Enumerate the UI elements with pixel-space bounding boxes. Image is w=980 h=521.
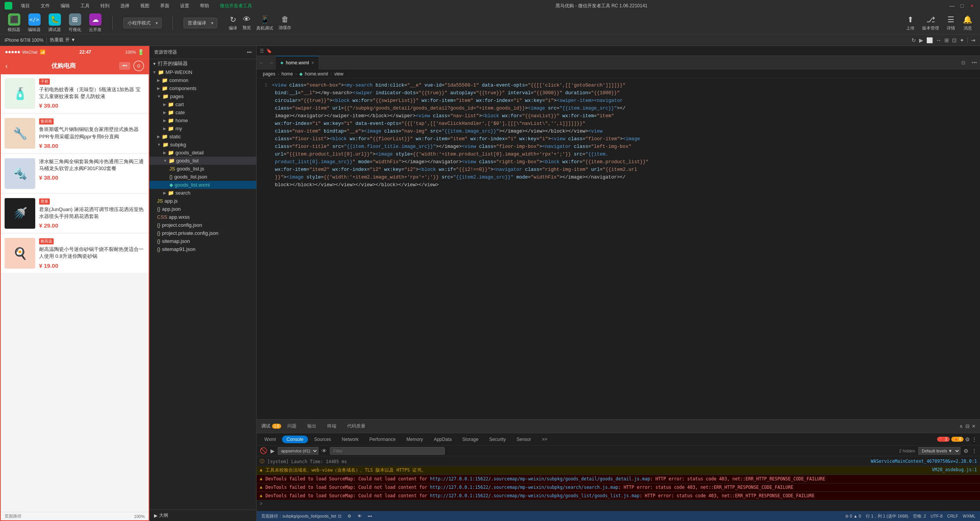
file-node-sitemap[interactable]: {}sitemap.json [149, 237, 256, 245]
file-node-components[interactable]: ▶📁components [149, 84, 256, 92]
collapse-icon[interactable]: ∧ [959, 423, 963, 429]
subtab-appdata[interactable]: AppData [429, 436, 456, 443]
file-node-opened[interactable]: ▼打开的编辑器 [149, 59, 256, 68]
expand-panel-icon[interactable]: ⇥ [971, 37, 975, 43]
debug-settings-icon[interactable]: ⚙ [965, 436, 970, 442]
problems-tab[interactable]: 问题 [283, 421, 301, 431]
detail-button[interactable]: ☰ 详情 [947, 15, 955, 31]
nav-back-btn[interactable]: ← [257, 60, 266, 66]
file-node-goods_list_wxml[interactable]: ◆goods_list.wxml [149, 181, 256, 189]
menu-file[interactable]: 文件 [38, 2, 52, 10]
error-link-1[interactable]: http://127.0.0.1:15622/.sourcemap/mp-wei… [430, 476, 650, 482]
clear-console-icon[interactable]: 🚫 [260, 447, 267, 454]
error-link-2[interactable]: http://127.0.0.1:15622/.sourcemap/mp-wei… [430, 485, 618, 490]
notification-button[interactable]: 🔔 消息 [963, 15, 972, 31]
breadcrumb-pages[interactable]: pages [263, 71, 275, 77]
file-node-goods_detail[interactable]: ▶📁goods_detail [149, 149, 256, 157]
menu-tools[interactable]: 工具 [78, 2, 92, 10]
file-node-home[interactable]: ▶📁home [149, 116, 256, 125]
subtab-sensor[interactable]: Sensor [512, 436, 536, 443]
nav-forward-btn[interactable]: → [266, 60, 276, 66]
settings-icon[interactable]: ✦ [960, 37, 964, 43]
file-node-sitemap91[interactable]: {}sitemap91.json [149, 245, 256, 253]
debug-more-icon[interactable]: ⋮ [972, 436, 977, 442]
refresh-icon[interactable]: ↻ [911, 37, 916, 43]
toolbar-cloud[interactable]: ☁ 云开发 [89, 13, 102, 33]
screen-icon[interactable]: ⬜ [926, 37, 933, 43]
file-node-subpkg[interactable]: ▼📁subpkg [149, 141, 256, 149]
play-icon[interactable]: ▶ [919, 37, 923, 43]
product-item-4[interactable]: 🍳 耐高温 耐高温陶瓷小号迷你砂锅干烧不裂耐热煲适合一人使用 0.8升迷你陶瓷砂… [1, 234, 149, 272]
page-path-status[interactable]: 页面路径：subpkg/goods_list/goods_list ⊡ [261, 513, 341, 519]
product-item-3[interactable]: 🚿 君泉 君泉(JunQuan) 淋浴花洒可调节增压花洒浴室热水器喷头手持简易花… [1, 194, 149, 233]
log-level-select[interactable]: Default levels ▼ [918, 447, 960, 455]
file-node-cart[interactable]: ▶📁cart [149, 100, 256, 108]
compile-button[interactable]: ↻ 编译 [229, 15, 237, 31]
minimize-button[interactable]: — [949, 2, 955, 9]
close-button[interactable]: × [969, 2, 975, 9]
eye-icon[interactable]: 👁 [321, 448, 327, 454]
breadcrumb-view[interactable]: view [334, 71, 343, 77]
subtab-sources[interactable]: Sources [310, 436, 336, 443]
more-filter-icon[interactable]: ⋮ [972, 448, 977, 454]
subtab-performance[interactable]: Performance [365, 436, 400, 443]
mode-select-wrap[interactable]: 小程序模式 [123, 18, 162, 28]
more-editor-icon[interactable]: ••• [969, 60, 980, 66]
filter-input[interactable] [330, 447, 445, 455]
file-node-pages[interactable]: ▼📁pages [149, 92, 256, 100]
menu-interface[interactable]: 界面 [158, 2, 172, 10]
eye-status-icon[interactable]: 👁 [357, 514, 362, 518]
subtab-wxml[interactable]: Wxml [260, 436, 280, 443]
menu-help[interactable]: 帮助 [198, 2, 211, 10]
resize-icon[interactable]: ↔ [936, 37, 941, 43]
file-node-app_json[interactable]: {}app.json [149, 205, 256, 213]
subtab-network[interactable]: Network [337, 436, 363, 443]
breadcrumb-filename[interactable]: home.wxml [305, 71, 328, 77]
maximize-button[interactable]: □ [959, 2, 965, 9]
compile-select-wrap[interactable]: 普通编译 [184, 18, 217, 28]
file-node-static[interactable]: ▶📁static [149, 133, 256, 141]
subtab-more[interactable]: >> [537, 436, 552, 443]
subtab-storage[interactable]: Storage [458, 436, 483, 443]
home-button[interactable]: ⊙ [133, 61, 144, 71]
product-item-2[interactable]: 🔩 潜水艇三角阀全铜套装角阀冷热通用三角阀三通马桶龙头软管止水阀F301F302… [1, 154, 149, 193]
upload-button[interactable]: ⬆ 上传 [906, 15, 914, 31]
file-node-my[interactable]: ▶📁my [149, 125, 256, 133]
hot-reload-btn[interactable]: 热重载 开 ▼ [50, 37, 75, 43]
toolbar-visualize[interactable]: ⊞ 可视化 [69, 13, 81, 33]
tab-close-icon[interactable]: × [311, 60, 314, 66]
subtab-console[interactable]: Console [282, 436, 308, 443]
close-debug-btn[interactable]: × [972, 423, 975, 430]
file-node-common[interactable]: ▶📁common [149, 76, 256, 84]
menu-view[interactable]: 视图 [138, 2, 152, 10]
more-status-icon[interactable]: ••• [368, 514, 372, 518]
file-node-search[interactable]: ▶📁search [149, 189, 256, 197]
run-icon[interactable]: ▶ [270, 448, 275, 454]
menu-settings[interactable]: 设置 [178, 2, 192, 10]
file-node-mp-weixin[interactable]: ▼📁MP-WEIXIN [149, 68, 256, 76]
more-options-icon[interactable]: ••• [247, 50, 252, 55]
subtab-memory[interactable]: Memory [402, 436, 428, 443]
bookmark-icon[interactable]: 🔖 [266, 48, 272, 54]
error-link-3[interactable]: http://127.0.0.1:15622/.sourcemap/mp-wei… [430, 493, 639, 498]
appservice-select[interactable]: appservice (#1) [278, 447, 318, 455]
file-node-goods_list_json[interactable]: {}goods_list.json [149, 173, 256, 181]
version-button[interactable]: ⎇ 版本管理 [922, 15, 939, 31]
product-item-1[interactable]: 🔧 鲁班斯 鲁班斯暖气片钢制铜铝复合家用壁挂式换热器 PPR专用采暖温控阀ppr… [1, 114, 149, 152]
file-node-app_wxss[interactable]: CSSapp.wxss [149, 213, 256, 221]
more-button[interactable]: ••• [119, 62, 130, 70]
split-editor-icon[interactable]: ⊟ [958, 60, 969, 66]
toolbar-debugger[interactable]: 🐛 调试器 [48, 13, 61, 33]
file-node-goods_list[interactable]: ▼📁goods_list [149, 157, 256, 165]
file-node-cate[interactable]: ▶📁cate [149, 108, 256, 116]
copy-icon[interactable]: ⊡ [338, 514, 341, 519]
breadcrumb-home[interactable]: home [282, 71, 293, 77]
menu-devtools[interactable]: 微信开发者工具 [218, 2, 254, 10]
realtest-button[interactable]: 📱 真机调试 [256, 15, 273, 31]
gear-icon[interactable]: ⚙ [964, 448, 969, 454]
toolbar-simulator[interactable]: ⬛ 模拟器 [8, 13, 20, 33]
toolbar-editor[interactable]: </> 编辑器 [28, 13, 41, 33]
grid-icon[interactable]: ⊞ [944, 37, 949, 43]
outline-icon[interactable]: ☰ [260, 48, 264, 54]
code-quality-tab[interactable]: 代码质量 [343, 421, 370, 431]
